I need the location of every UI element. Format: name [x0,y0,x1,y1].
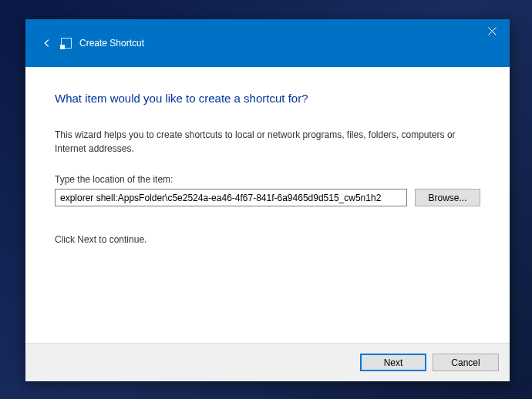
location-label: Type the location of the item: [55,174,480,185]
back-arrow-icon[interactable] [41,37,53,49]
browse-button[interactable]: Browse... [415,189,480,206]
close-button[interactable] [475,19,510,42]
dialog-titlebar: Create Shortcut [25,19,510,67]
next-button[interactable]: Next [360,354,426,371]
location-input[interactable] [55,189,407,206]
continue-instruction: Click Next to continue. [55,234,480,245]
close-icon [488,27,497,35]
location-row: Browse... [55,189,480,206]
dialog-content: What item would you like to create a sho… [25,67,510,343]
wizard-description: This wizard helps you to create shortcut… [55,128,480,156]
cancel-button[interactable]: Cancel [433,354,499,371]
dialog-title: Create Shortcut [79,38,144,49]
shortcut-icon [61,38,72,49]
create-shortcut-dialog: Create Shortcut What item would you like… [25,19,510,381]
wizard-heading: What item would you like to create a sho… [55,92,480,105]
dialog-footer: Next Cancel [25,343,510,381]
